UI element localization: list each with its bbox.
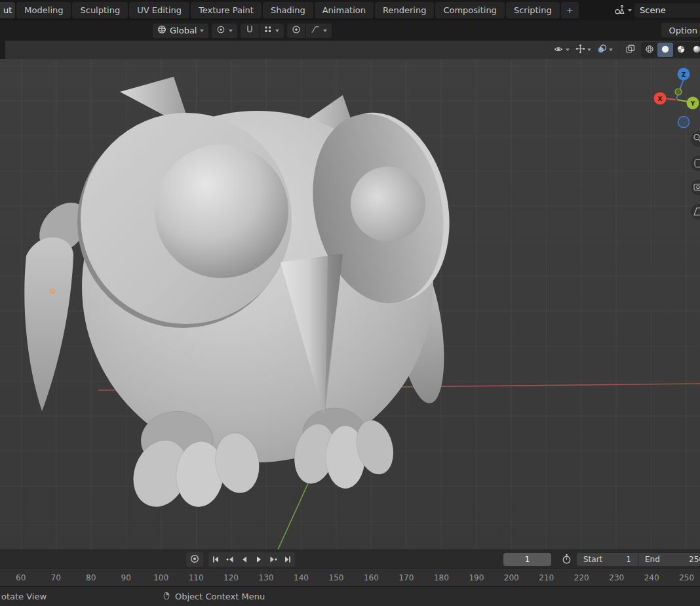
topbar: utModelingSculptingUV EditingTexture Pai… — [0, 0, 700, 20]
previous-keyframe-icon — [225, 554, 235, 565]
chevron-down-icon[interactable] — [628, 9, 632, 12]
start-frame-field[interactable]: Start 1 — [577, 553, 638, 566]
navigation-gizmo[interactable]: Z X Y — [654, 68, 699, 128]
wireframe-shading-button[interactable] — [642, 43, 657, 57]
ruler-frame-label: 100 — [144, 573, 178, 582]
start-label: Start — [583, 555, 602, 564]
owl-right-pupil — [351, 167, 425, 241]
workspace-tab[interactable]: Sculpting — [72, 2, 128, 18]
workspace-tab[interactable]: Compositing — [435, 2, 505, 18]
rendered-shading-button[interactable] — [689, 43, 700, 57]
current-frame-field[interactable]: 1 — [503, 553, 551, 566]
shading-mode-group — [641, 42, 700, 58]
workspace-tab[interactable]: Animation — [315, 2, 374, 18]
workspace-tab[interactable]: ut — [0, 2, 15, 18]
snap-toggle-button[interactable] — [241, 24, 259, 38]
solid-shading-button[interactable] — [657, 43, 673, 57]
play-icon — [254, 554, 264, 565]
scene-selector: Scene — [613, 0, 700, 20]
next-keyframe-button[interactable] — [266, 552, 281, 567]
ruler-frame-label: 60 — [3, 573, 38, 582]
show-gizmo-dropdown[interactable] — [575, 43, 591, 57]
scene-icon[interactable] — [613, 5, 625, 16]
ruler-frame-label: 130 — [248, 573, 283, 582]
pan-icon[interactable] — [691, 155, 700, 171]
blender-window: utModelingSculptingUV EditingTexture Pai… — [0, 0, 700, 606]
timeline-header: 1 Start 1 End 250 — [0, 550, 700, 568]
jump-to-end-icon — [282, 554, 293, 565]
header-notch — [0, 41, 5, 59]
workspace-tab[interactable]: Shading — [263, 2, 313, 18]
falloff-dropdown[interactable] — [306, 24, 332, 38]
show-overlays-dropdown[interactable] — [597, 43, 613, 57]
workspace-tab[interactable]: Modeling — [16, 2, 71, 18]
pivot-point-dropdown[interactable] — [212, 24, 237, 38]
ruler-frame-label: 120 — [214, 573, 248, 582]
workspace-tab[interactable]: Scripting — [506, 2, 560, 18]
snap-magnet-icon — [245, 25, 254, 36]
zoom-icon[interactable] — [691, 131, 700, 147]
tool-settings-bar: Global — [0, 20, 700, 41]
ruler-frame-label: 190 — [459, 573, 494, 582]
ruler-frame-label: 180 — [424, 573, 459, 582]
jump-to-start-button[interactable] — [208, 552, 223, 567]
camera-view-icon[interactable] — [691, 180, 700, 195]
end-label: End — [645, 555, 660, 564]
scene-name: Scene — [640, 5, 666, 15]
perspective-icon[interactable] — [691, 204, 700, 220]
workspace-tab[interactable]: Rendering — [375, 2, 434, 18]
wireframe-shading-icon — [645, 45, 654, 56]
viewport-header — [0, 41, 700, 59]
ruler-frame-label: 220 — [564, 573, 599, 582]
play-reverse-button[interactable] — [237, 552, 252, 567]
ruler-frame-label: 250 — [669, 573, 700, 582]
ruler-frame-label: 70 — [38, 573, 73, 582]
object-visibility-dropdown[interactable] — [553, 43, 570, 57]
xray-icon — [625, 44, 635, 56]
snap-target-grid-icon — [264, 26, 272, 35]
chevron-down-icon — [275, 30, 279, 32]
play-button[interactable] — [252, 552, 266, 567]
options-label: Option — [669, 26, 697, 35]
svg-text:X: X — [658, 96, 663, 102]
viewport-3d[interactable]: Z X Y — [0, 59, 700, 550]
material-shading-button[interactable] — [673, 43, 689, 57]
svg-text:Y: Y — [690, 100, 695, 107]
end-frame-field[interactable]: End 250 — [638, 553, 700, 566]
timeline-ruler[interactable]: 6070809010011012013014015016017018019020… — [0, 568, 700, 586]
toggle-xray-button[interactable] — [625, 43, 635, 57]
statusbar-left-hint: otate View — [1, 592, 47, 601]
next-keyframe-icon — [268, 554, 279, 565]
options-dropdown[interactable]: Option — [661, 23, 700, 37]
add-workspace-button[interactable]: + — [561, 2, 579, 18]
solid-shading-icon — [661, 45, 670, 56]
record-icon — [189, 554, 200, 566]
previous-keyframe-button[interactable] — [223, 552, 237, 567]
statusbar: otate View Object Context Menu — [0, 586, 700, 606]
material-shading-icon — [676, 45, 686, 56]
chevron-down-icon — [200, 30, 204, 32]
svg-text:Z: Z — [682, 71, 686, 78]
chevron-down-icon — [323, 30, 327, 32]
jump-to-end-button[interactable] — [281, 552, 295, 567]
play-reverse-icon — [239, 554, 250, 565]
workspace-tab[interactable]: UV Editing — [129, 2, 189, 18]
scene-name-field[interactable]: Scene — [634, 3, 700, 18]
snap-target-dropdown[interactable] — [260, 24, 284, 38]
ruler-frame-label: 160 — [354, 573, 389, 582]
owl-model[interactable] — [24, 77, 466, 515]
mouse-rmb-icon — [163, 590, 170, 603]
gizmo-y-ball[interactable]: Y — [687, 97, 699, 110]
transform-orientation-dropdown[interactable]: Global — [153, 24, 208, 38]
gizmo-neg-z-ball[interactable] — [678, 117, 690, 128]
gizmo-z-ball[interactable]: Z — [678, 68, 690, 81]
playback-controls — [208, 552, 295, 567]
owl-left-pupil — [155, 144, 288, 278]
workspace-tab[interactable]: Texture Paint — [191, 2, 262, 18]
ruler-frame-label: 230 — [599, 573, 634, 582]
proportional-editing-button[interactable] — [287, 24, 305, 38]
gizmo-neg-y-ball[interactable] — [675, 89, 682, 95]
auto-keying-button[interactable] — [186, 552, 203, 567]
gizmo-x-ball[interactable]: X — [654, 92, 667, 105]
chevron-down-icon — [229, 30, 233, 32]
